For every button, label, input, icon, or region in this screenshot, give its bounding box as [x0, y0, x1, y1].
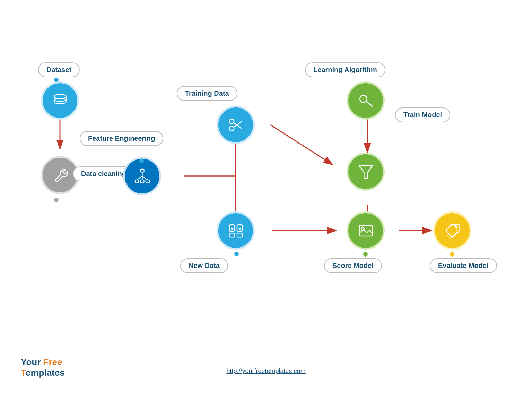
- training-data-circle: [217, 106, 255, 144]
- feature-eng-dot: [139, 158, 144, 163]
- learning-algorithm-label: Learning Algorithm: [313, 66, 377, 74]
- logo-your: Your: [21, 357, 41, 367]
- network-icon: [133, 167, 152, 186]
- footer-url[interactable]: http://yourfreetemplates.com: [226, 367, 305, 374]
- image-icon: [356, 221, 375, 240]
- score-model-circle: [347, 211, 385, 250]
- svg-line-17: [142, 176, 147, 180]
- feature-engineering-pill: Feature Engineering: [80, 131, 163, 146]
- new-data-circle: [217, 211, 255, 250]
- feature-engineering-label: Feature Engineering: [88, 135, 155, 142]
- scissors-icon: [226, 115, 245, 135]
- svg-line-16: [137, 176, 142, 180]
- svg-point-18: [229, 119, 234, 124]
- funnel-icon: [356, 162, 375, 181]
- svg-rect-13: [140, 180, 144, 183]
- dataset-label: Dataset: [46, 66, 71, 74]
- score-model-pill: Score Model: [324, 258, 382, 273]
- evaluate-model-pill: Evaluate Model: [430, 258, 497, 273]
- data-cleaning-label: Data cleaning: [81, 170, 126, 178]
- training-data-pill: Training Data: [177, 86, 237, 101]
- train-model-label: Train Model: [403, 111, 442, 119]
- new-data-label: New Data: [189, 262, 220, 270]
- dataset-pill: Dataset: [38, 62, 80, 77]
- wrench-icon: [51, 166, 70, 185]
- evaluate-model-label: Evaluate Model: [438, 262, 489, 270]
- train-model-pill: Train Model: [395, 107, 450, 122]
- svg-line-21: [233, 121, 242, 127]
- tags-icon: [443, 221, 462, 240]
- data-cleaning-dot: [54, 198, 59, 202]
- new-data-dot: [234, 252, 239, 256]
- score-model-label: Score Model: [332, 262, 374, 270]
- svg-marker-32: [359, 166, 372, 178]
- svg-line-3: [270, 125, 333, 165]
- svg-rect-12: [135, 180, 138, 183]
- dataset-circle: [41, 81, 79, 120]
- svg-rect-11: [140, 169, 144, 172]
- logo-emplates: emplates: [26, 367, 65, 378]
- svg-rect-26: [229, 233, 234, 237]
- svg-line-20: [233, 122, 242, 128]
- footer-link[interactable]: http://yourfreetemplates.com: [226, 367, 305, 375]
- svg-line-29: [366, 101, 373, 106]
- svg-point-19: [229, 126, 234, 131]
- training-data-label: Training Data: [185, 89, 229, 97]
- diagram-container: Dataset Data cleaning: [21, 42, 513, 319]
- train-model-dot: [363, 154, 368, 158]
- footer-logo: Your Free Templates: [21, 357, 65, 378]
- evaluate-model-circle: [433, 211, 471, 250]
- database-icon: [51, 91, 70, 110]
- logo-free: Free: [43, 357, 62, 367]
- svg-point-24: [231, 228, 233, 229]
- svg-line-30: [370, 104, 371, 105]
- svg-rect-27: [237, 233, 242, 237]
- svg-line-31: [371, 104, 372, 105]
- score-model-dot: [363, 252, 368, 257]
- svg-point-25: [239, 228, 241, 229]
- logo-t: T: [21, 367, 26, 378]
- new-data-pill: New Data: [180, 258, 228, 273]
- key-icon: [356, 91, 375, 110]
- learning-algorithm-pill: Learning Algorithm: [305, 62, 385, 77]
- svg-rect-14: [146, 180, 149, 183]
- learning-algo-dot: [363, 83, 368, 87]
- training-data-dot: [234, 107, 239, 111]
- binary-icon: [226, 221, 245, 240]
- evaluate-model-dot: [450, 252, 454, 257]
- svg-point-28: [360, 95, 367, 103]
